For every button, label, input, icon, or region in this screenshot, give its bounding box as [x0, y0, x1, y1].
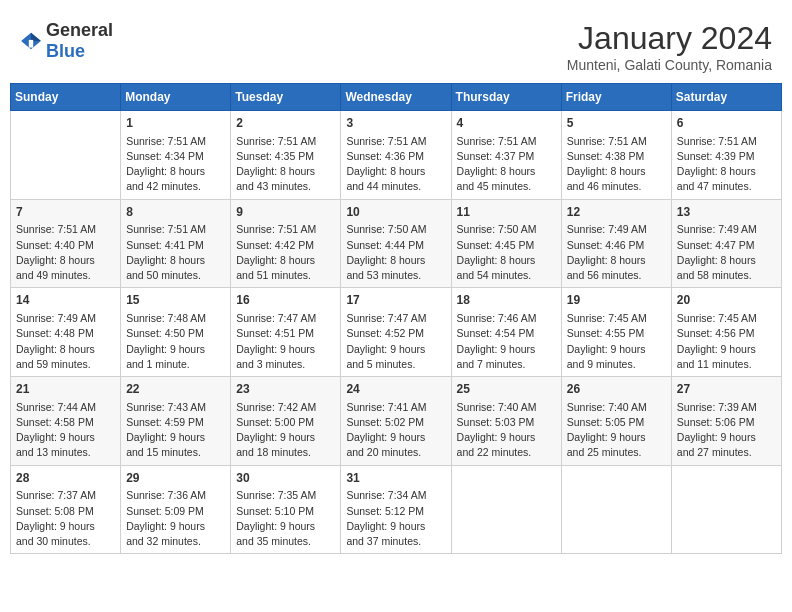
- day-cell: [561, 465, 671, 554]
- day-cell: 5Sunrise: 7:51 AM Sunset: 4:38 PM Daylig…: [561, 111, 671, 200]
- day-number: 26: [567, 381, 666, 398]
- day-cell: [11, 111, 121, 200]
- day-number: 5: [567, 115, 666, 132]
- title-area: January 2024 Munteni, Galati County, Rom…: [567, 20, 772, 73]
- day-info: Sunrise: 7:51 AM Sunset: 4:36 PM Dayligh…: [346, 134, 445, 195]
- week-row-5: 28Sunrise: 7:37 AM Sunset: 5:08 PM Dayli…: [11, 465, 782, 554]
- day-cell: 4Sunrise: 7:51 AM Sunset: 4:37 PM Daylig…: [451, 111, 561, 200]
- day-info: Sunrise: 7:34 AM Sunset: 5:12 PM Dayligh…: [346, 488, 445, 549]
- day-cell: 6Sunrise: 7:51 AM Sunset: 4:39 PM Daylig…: [671, 111, 781, 200]
- day-cell: 22Sunrise: 7:43 AM Sunset: 4:59 PM Dayli…: [121, 377, 231, 466]
- day-info: Sunrise: 7:40 AM Sunset: 5:03 PM Dayligh…: [457, 400, 556, 461]
- week-row-2: 7Sunrise: 7:51 AM Sunset: 4:40 PM Daylig…: [11, 199, 782, 288]
- location-subtitle: Munteni, Galati County, Romania: [567, 57, 772, 73]
- day-info: Sunrise: 7:49 AM Sunset: 4:48 PM Dayligh…: [16, 311, 115, 372]
- day-number: 24: [346, 381, 445, 398]
- day-info: Sunrise: 7:51 AM Sunset: 4:38 PM Dayligh…: [567, 134, 666, 195]
- day-number: 19: [567, 292, 666, 309]
- day-info: Sunrise: 7:39 AM Sunset: 5:06 PM Dayligh…: [677, 400, 776, 461]
- day-cell: 18Sunrise: 7:46 AM Sunset: 4:54 PM Dayli…: [451, 288, 561, 377]
- day-number: 2: [236, 115, 335, 132]
- day-cell: 20Sunrise: 7:45 AM Sunset: 4:56 PM Dayli…: [671, 288, 781, 377]
- day-number: 4: [457, 115, 556, 132]
- day-number: 14: [16, 292, 115, 309]
- day-cell: [451, 465, 561, 554]
- day-cell: 26Sunrise: 7:40 AM Sunset: 5:05 PM Dayli…: [561, 377, 671, 466]
- day-cell: 23Sunrise: 7:42 AM Sunset: 5:00 PM Dayli…: [231, 377, 341, 466]
- day-number: 17: [346, 292, 445, 309]
- day-number: 29: [126, 470, 225, 487]
- day-cell: 27Sunrise: 7:39 AM Sunset: 5:06 PM Dayli…: [671, 377, 781, 466]
- day-cell: 14Sunrise: 7:49 AM Sunset: 4:48 PM Dayli…: [11, 288, 121, 377]
- day-cell: 11Sunrise: 7:50 AM Sunset: 4:45 PM Dayli…: [451, 199, 561, 288]
- day-info: Sunrise: 7:50 AM Sunset: 4:45 PM Dayligh…: [457, 222, 556, 283]
- day-info: Sunrise: 7:51 AM Sunset: 4:37 PM Dayligh…: [457, 134, 556, 195]
- day-cell: 25Sunrise: 7:40 AM Sunset: 5:03 PM Dayli…: [451, 377, 561, 466]
- day-cell: 24Sunrise: 7:41 AM Sunset: 5:02 PM Dayli…: [341, 377, 451, 466]
- day-cell: 9Sunrise: 7:51 AM Sunset: 4:42 PM Daylig…: [231, 199, 341, 288]
- day-info: Sunrise: 7:41 AM Sunset: 5:02 PM Dayligh…: [346, 400, 445, 461]
- weekday-header-thursday: Thursday: [451, 84, 561, 111]
- logo-general: General: [46, 20, 113, 40]
- day-info: Sunrise: 7:51 AM Sunset: 4:42 PM Dayligh…: [236, 222, 335, 283]
- day-number: 1: [126, 115, 225, 132]
- calendar-table: SundayMondayTuesdayWednesdayThursdayFrid…: [10, 83, 782, 554]
- weekday-header-sunday: Sunday: [11, 84, 121, 111]
- day-info: Sunrise: 7:51 AM Sunset: 4:34 PM Dayligh…: [126, 134, 225, 195]
- day-cell: 28Sunrise: 7:37 AM Sunset: 5:08 PM Dayli…: [11, 465, 121, 554]
- day-number: 16: [236, 292, 335, 309]
- day-number: 6: [677, 115, 776, 132]
- weekday-header-wednesday: Wednesday: [341, 84, 451, 111]
- day-info: Sunrise: 7:40 AM Sunset: 5:05 PM Dayligh…: [567, 400, 666, 461]
- day-info: Sunrise: 7:46 AM Sunset: 4:54 PM Dayligh…: [457, 311, 556, 372]
- day-number: 3: [346, 115, 445, 132]
- day-cell: 15Sunrise: 7:48 AM Sunset: 4:50 PM Dayli…: [121, 288, 231, 377]
- day-number: 23: [236, 381, 335, 398]
- day-number: 28: [16, 470, 115, 487]
- logo: General Blue: [20, 20, 113, 62]
- day-info: Sunrise: 7:35 AM Sunset: 5:10 PM Dayligh…: [236, 488, 335, 549]
- day-cell: 31Sunrise: 7:34 AM Sunset: 5:12 PM Dayli…: [341, 465, 451, 554]
- day-cell: 16Sunrise: 7:47 AM Sunset: 4:51 PM Dayli…: [231, 288, 341, 377]
- day-number: 15: [126, 292, 225, 309]
- day-number: 21: [16, 381, 115, 398]
- logo-text: General Blue: [46, 20, 113, 62]
- logo-icon: [20, 30, 42, 52]
- day-cell: 8Sunrise: 7:51 AM Sunset: 4:41 PM Daylig…: [121, 199, 231, 288]
- day-info: Sunrise: 7:45 AM Sunset: 4:56 PM Dayligh…: [677, 311, 776, 372]
- day-info: Sunrise: 7:51 AM Sunset: 4:35 PM Dayligh…: [236, 134, 335, 195]
- week-row-1: 1Sunrise: 7:51 AM Sunset: 4:34 PM Daylig…: [11, 111, 782, 200]
- day-cell: 19Sunrise: 7:45 AM Sunset: 4:55 PM Dayli…: [561, 288, 671, 377]
- day-info: Sunrise: 7:51 AM Sunset: 4:41 PM Dayligh…: [126, 222, 225, 283]
- day-number: 13: [677, 204, 776, 221]
- day-info: Sunrise: 7:42 AM Sunset: 5:00 PM Dayligh…: [236, 400, 335, 461]
- day-info: Sunrise: 7:48 AM Sunset: 4:50 PM Dayligh…: [126, 311, 225, 372]
- day-info: Sunrise: 7:51 AM Sunset: 4:40 PM Dayligh…: [16, 222, 115, 283]
- day-number: 18: [457, 292, 556, 309]
- week-row-3: 14Sunrise: 7:49 AM Sunset: 4:48 PM Dayli…: [11, 288, 782, 377]
- day-cell: 3Sunrise: 7:51 AM Sunset: 4:36 PM Daylig…: [341, 111, 451, 200]
- weekday-header-saturday: Saturday: [671, 84, 781, 111]
- day-number: 9: [236, 204, 335, 221]
- svg-rect-2: [29, 40, 33, 48]
- header: General Blue January 2024 Munteni, Galat…: [10, 10, 782, 78]
- day-cell: 7Sunrise: 7:51 AM Sunset: 4:40 PM Daylig…: [11, 199, 121, 288]
- day-cell: [671, 465, 781, 554]
- day-info: Sunrise: 7:49 AM Sunset: 4:47 PM Dayligh…: [677, 222, 776, 283]
- day-cell: 10Sunrise: 7:50 AM Sunset: 4:44 PM Dayli…: [341, 199, 451, 288]
- day-cell: 13Sunrise: 7:49 AM Sunset: 4:47 PM Dayli…: [671, 199, 781, 288]
- day-cell: 2Sunrise: 7:51 AM Sunset: 4:35 PM Daylig…: [231, 111, 341, 200]
- day-cell: 12Sunrise: 7:49 AM Sunset: 4:46 PM Dayli…: [561, 199, 671, 288]
- day-number: 31: [346, 470, 445, 487]
- svg-marker-1: [31, 33, 41, 41]
- day-cell: 29Sunrise: 7:36 AM Sunset: 5:09 PM Dayli…: [121, 465, 231, 554]
- day-cell: 17Sunrise: 7:47 AM Sunset: 4:52 PM Dayli…: [341, 288, 451, 377]
- day-info: Sunrise: 7:49 AM Sunset: 4:46 PM Dayligh…: [567, 222, 666, 283]
- day-number: 25: [457, 381, 556, 398]
- day-number: 8: [126, 204, 225, 221]
- weekday-header-friday: Friday: [561, 84, 671, 111]
- logo-blue: Blue: [46, 41, 85, 61]
- day-info: Sunrise: 7:37 AM Sunset: 5:08 PM Dayligh…: [16, 488, 115, 549]
- day-number: 7: [16, 204, 115, 221]
- day-number: 12: [567, 204, 666, 221]
